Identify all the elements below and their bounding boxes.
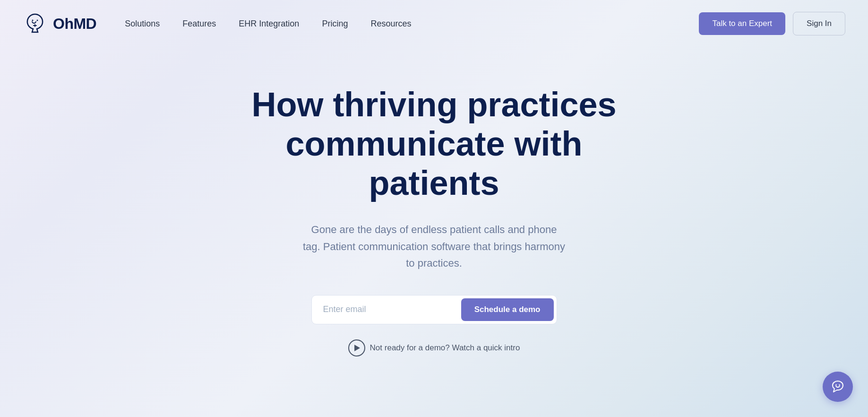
navbar: OhMD Solutions Features EHR Integration … — [0, 0, 868, 47]
nav-features[interactable]: Features — [182, 19, 216, 29]
logo-text: OhMD — [53, 15, 96, 33]
nav-resources[interactable]: Resources — [370, 19, 411, 29]
logo-link[interactable]: OhMD — [23, 11, 96, 36]
nav-ehr-integration[interactable]: EHR Integration — [239, 19, 299, 29]
email-form: Schedule a demo — [311, 295, 557, 324]
hero-title: How thriving practices communicate with … — [222, 85, 647, 202]
play-icon — [348, 339, 365, 356]
email-input[interactable] — [323, 304, 461, 314]
nav-solutions[interactable]: Solutions — [125, 19, 160, 29]
watch-intro-text: Not ready for a demo? Watch a quick intr… — [370, 343, 520, 353]
hero-section: How thriving practices communicate with … — [0, 47, 868, 356]
ohmd-logo-icon — [23, 11, 47, 36]
svg-point-3 — [835, 384, 836, 385]
play-triangle — [354, 345, 360, 351]
schedule-demo-button[interactable]: Schedule a demo — [461, 298, 554, 321]
hero-title-line2: communicate with patients — [285, 125, 582, 202]
hero-title-line1: How thriving practices — [251, 86, 616, 123]
chat-fab-button[interactable] — [823, 372, 853, 402]
nav-actions: Talk to an Expert Sign In — [699, 12, 845, 35]
nav-links: Solutions Features EHR Integration Prici… — [125, 19, 699, 29]
nav-pricing[interactable]: Pricing — [322, 19, 348, 29]
hero-subtitle: Gone are the days of endless patient cal… — [302, 221, 567, 271]
watch-intro-link[interactable]: Not ready for a demo? Watch a quick intr… — [348, 339, 520, 356]
sign-in-button[interactable]: Sign In — [793, 12, 845, 35]
talk-to-expert-button[interactable]: Talk to an Expert — [699, 12, 785, 35]
chat-icon — [830, 379, 845, 394]
svg-point-2 — [37, 20, 38, 21]
svg-point-4 — [839, 384, 840, 385]
svg-point-1 — [32, 20, 34, 21]
